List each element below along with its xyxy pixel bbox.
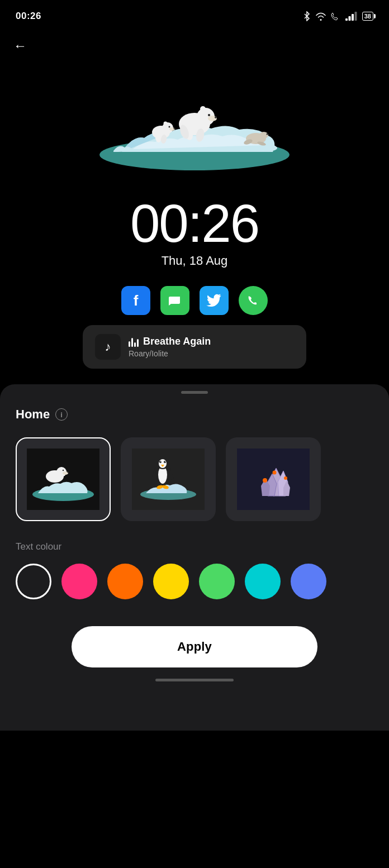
colour-pink[interactable] [61, 564, 97, 599]
status-icons: 38 [303, 11, 373, 21]
music-icon-box: ♪ [95, 334, 121, 360]
text-colour-label: Text colour [16, 541, 373, 552]
home-indicator [155, 679, 234, 681]
music-artist: Roary/Iolite [129, 349, 294, 358]
colour-options [16, 564, 373, 599]
battery-indicator: 38 [362, 12, 373, 21]
colour-white[interactable] [16, 564, 51, 599]
theme-option-penguin[interactable] [121, 437, 216, 521]
svg-point-46 [165, 461, 166, 462]
status-time: 00:26 [16, 11, 41, 22]
bluetooth-icon [303, 11, 311, 21]
svg-point-26 [267, 133, 268, 135]
signal-icon [345, 12, 358, 21]
svg-point-11 [208, 114, 210, 116]
wallpaper-preview: 00:26 Thu, 18 Aug f ♪ [0, 63, 389, 369]
svg-rect-4 [352, 14, 354, 21]
svg-point-21 [164, 122, 168, 126]
svg-point-12 [200, 106, 206, 112]
equalizer-icon [129, 337, 139, 347]
music-title: Breathe Again [129, 336, 294, 347]
clock-date: Thu, 18 Aug [130, 254, 259, 268]
svg-rect-2 [345, 18, 348, 21]
svg-point-45 [160, 461, 162, 462]
status-bar: 00:26 38 [0, 0, 389, 29]
theme-option-coral[interactable] [226, 437, 321, 521]
svg-point-10 [215, 116, 217, 118]
clock-display: 00:26 Thu, 18 Aug [130, 197, 259, 268]
svg-point-19 [174, 128, 175, 130]
iceberg-image [88, 68, 301, 180]
svg-point-52 [273, 471, 277, 475]
bottom-sheet: Home i [0, 384, 389, 731]
twitter-app-icon[interactable] [200, 286, 229, 315]
clock-time: 00:26 [130, 197, 259, 250]
colour-orange[interactable] [107, 564, 143, 599]
back-button[interactable]: ← [0, 29, 389, 63]
apply-button-container: Apply [16, 626, 373, 667]
svg-point-51 [284, 476, 287, 480]
message-app-icon[interactable] [160, 286, 189, 315]
app-shortcuts: f [121, 286, 268, 315]
music-info: Breathe Again Roary/Iolite [129, 336, 294, 358]
svg-point-20 [169, 126, 170, 128]
info-button[interactable]: i [55, 408, 68, 421]
apply-button[interactable]: Apply [72, 626, 317, 667]
svg-point-25 [259, 132, 268, 139]
music-player[interactable]: ♪ Breathe Again Roary/Iolite [83, 325, 306, 369]
wifi-icon [315, 12, 326, 21]
svg-rect-3 [348, 16, 350, 21]
theme-option-polar-bear[interactable] [16, 437, 111, 521]
colour-green[interactable] [199, 564, 235, 599]
svg-rect-5 [354, 12, 357, 21]
music-note-icon: ♪ [105, 340, 111, 354]
facebook-app-icon[interactable]: f [121, 286, 150, 315]
sheet-handle [181, 391, 208, 394]
colour-yellow[interactable] [153, 564, 189, 599]
svg-point-35 [67, 471, 68, 473]
call-icon [331, 12, 341, 21]
phone-app-icon[interactable] [239, 286, 268, 315]
colour-cyan[interactable] [245, 564, 281, 599]
svg-point-36 [63, 470, 64, 471]
svg-point-50 [263, 478, 267, 483]
sheet-title: Home i [16, 407, 373, 422]
theme-options [16, 437, 373, 521]
colour-blue[interactable] [291, 564, 326, 599]
